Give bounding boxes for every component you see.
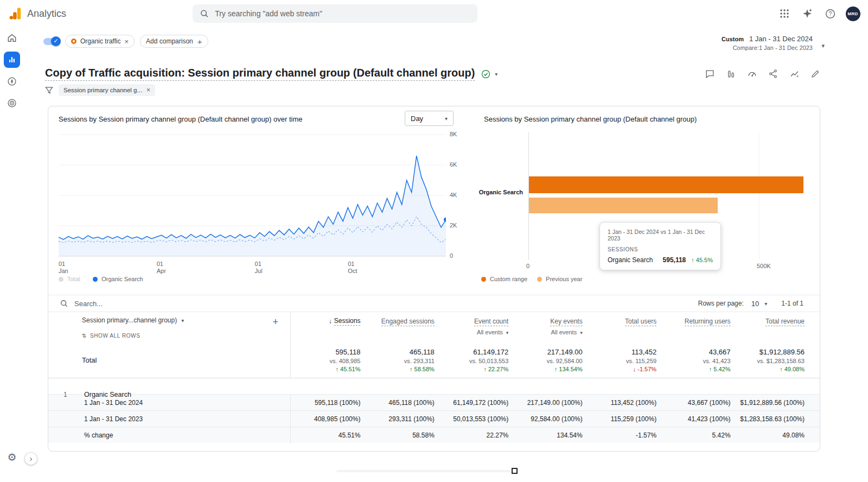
x-tick-label: 01Jul	[255, 261, 279, 275]
table-cell: 41,423 (100%)	[661, 411, 735, 427]
comment-button[interactable]	[703, 67, 717, 81]
total-change: ↑ 45.51%	[291, 366, 360, 372]
customize-chart-button[interactable]	[724, 67, 738, 81]
remove-filter-icon[interactable]: ×	[146, 86, 150, 94]
legend-item-previous-year[interactable]: Previous year	[537, 276, 582, 282]
rows-per-page-select[interactable]: 10 ▾	[751, 300, 768, 308]
column-header[interactable]: Key eventsAll events▾	[513, 312, 586, 345]
close-icon[interactable]: ×	[124, 37, 129, 46]
dimension-selector[interactable]: Session primary...channel group) ▾	[82, 316, 184, 324]
bar-custom-range[interactable]	[529, 176, 803, 193]
column-header[interactable]: Engaged sessions	[365, 312, 438, 345]
comparison-bar: ✓ Organic traffic × Add comparison + Cus…	[43, 35, 825, 56]
global-search[interactable]	[193, 4, 477, 23]
chevron-down-icon: ▾	[506, 330, 509, 335]
sparkle-icon	[802, 8, 813, 19]
comment-icon	[705, 69, 715, 79]
help-button[interactable]: ?	[821, 5, 839, 22]
nav-explore[interactable]	[0, 71, 24, 92]
expand-sidebar-button[interactable]: ›	[24, 452, 37, 465]
x-tick-line: Jul	[255, 268, 279, 275]
nav-advertising[interactable]	[0, 92, 24, 114]
performance-button[interactable]	[745, 67, 759, 81]
horizontal-scrollbar[interactable]	[336, 470, 510, 472]
legend-item-custom-range[interactable]: Custom range	[481, 276, 527, 282]
column-header[interactable]: Total users	[587, 312, 661, 345]
add-comparison-button[interactable]: Add comparison +	[140, 35, 208, 48]
chevron-right-icon: ›	[30, 455, 33, 462]
column-header[interactable]: ↓Sessions	[291, 312, 365, 345]
table-cell: 5.42%	[661, 427, 735, 443]
table-cell: 49.08%	[735, 427, 809, 443]
column-header-label-row: Key events	[550, 318, 582, 326]
table-pager: Rows per page: 10 ▾ 1-1 of 1	[698, 300, 803, 308]
date-range-picker[interactable]: Custom1 Jan - 31 Dec 2024 Compare:1 Jan …	[722, 35, 813, 51]
nav-reports[interactable]	[0, 49, 24, 71]
title-menu-caret-icon[interactable]: ▾	[495, 71, 497, 77]
comparison-chip-organic-traffic[interactable]: Organic traffic ×	[65, 35, 135, 48]
report-toolbar	[703, 67, 822, 81]
scrollbar-handle[interactable]	[512, 468, 518, 474]
total-label-cell: Total	[48, 345, 291, 378]
apps-grid-button[interactable]	[776, 5, 793, 22]
total-change: ↓ -1.57%	[587, 366, 656, 372]
page-title[interactable]: Copy of Traffic acquisition: Session pri…	[45, 67, 475, 81]
admin-settings-button[interactable]: ⚙	[0, 447, 24, 467]
search-icon	[60, 300, 68, 307]
legend-item-total[interactable]: Total	[59, 276, 80, 282]
column-event-filter[interactable]: All events▾	[513, 329, 582, 335]
table-search-input[interactable]	[74, 300, 237, 308]
x-tick-line: 01	[157, 261, 181, 268]
global-search-input[interactable]	[215, 9, 470, 18]
table-cell: 45.51%	[291, 427, 365, 443]
gear-icon: ⚙	[7, 451, 16, 464]
chevron-down-icon: ▾	[445, 116, 448, 122]
timeseries-legend: Total Organic Search	[59, 276, 143, 282]
legend-item-organic-search[interactable]: Organic Search	[93, 276, 143, 282]
table-group-row[interactable]: 1 Organic Search	[48, 378, 820, 394]
nav-home[interactable]	[0, 27, 24, 49]
edit-report-button[interactable]	[808, 67, 822, 81]
table-cell: 217,149.00 (100%)	[513, 395, 586, 411]
total-change: ↑ 58.58%	[365, 366, 434, 372]
table-cell: 113,452 (100%)	[587, 395, 661, 411]
show-all-rows-button[interactable]: ⇅ SHOW ALL ROWS	[82, 333, 140, 339]
x-tick-label: 01Oct	[348, 261, 372, 275]
barchart-title: Sessions by Session primary channel grou…	[484, 115, 697, 123]
column-header[interactable]: Event countAll events▾	[439, 312, 513, 345]
timeseries-plot[interactable]	[59, 132, 446, 258]
granularity-select[interactable]: Day ▾	[405, 111, 454, 126]
barchart-legend: Custom range Previous year	[481, 276, 582, 282]
total-change: ↑ 22.27%	[439, 366, 508, 372]
active-filter-chip[interactable]: Session primary channel g... ×	[59, 84, 155, 96]
insights-button[interactable]	[787, 67, 801, 81]
bar-previous-year[interactable]	[529, 198, 718, 213]
x-tick-line: 01	[59, 261, 82, 268]
share-button[interactable]	[766, 67, 780, 81]
column-header-label-row: ↓Sessions	[329, 317, 361, 326]
total-comparison-value: vs. 408,985	[291, 358, 360, 364]
report-title-row: Copy of Traffic acquisition: Session pri…	[45, 65, 822, 83]
total-cell: 43,667vs. 41,423↑ 5.42%	[661, 345, 735, 378]
column-header[interactable]: Total revenue	[735, 312, 809, 345]
table-cell: 58.58%	[365, 427, 438, 443]
insights-sparkle-button[interactable]	[799, 5, 816, 22]
dimension-header-cell: Session primary...channel group) ▾ + ⇅ S…	[48, 312, 291, 345]
analytics-logo[interactable]: Analytics	[0, 7, 108, 21]
account-avatar[interactable]: MRD	[844, 5, 861, 22]
table-cell: 61,149,172 (100%)	[439, 395, 513, 411]
bar-category-label: Organic Search	[428, 189, 523, 195]
comparison-toggle[interactable]: ✓	[43, 38, 60, 45]
total-cell: 595,118vs. 408,985↑ 45.51%	[291, 345, 365, 378]
legend-label: Previous year	[546, 276, 582, 282]
add-dimension-button[interactable]: +	[272, 316, 278, 328]
column-header[interactable]: Returning users	[661, 312, 735, 345]
total-cell: 465,118vs. 293,311↑ 58.58%	[365, 345, 438, 378]
x-tick-label: 01Jan	[59, 261, 82, 275]
column-event-filter[interactable]: All events▾	[439, 329, 508, 335]
table-cell: $1,283,158.63 (100%)	[735, 411, 809, 427]
rows-per-page: Rows per page: 10 ▾	[698, 300, 768, 308]
y-tick-label: 2K	[450, 222, 469, 229]
x-tick-line: Apr	[157, 268, 181, 275]
row-label: % change	[48, 427, 291, 443]
